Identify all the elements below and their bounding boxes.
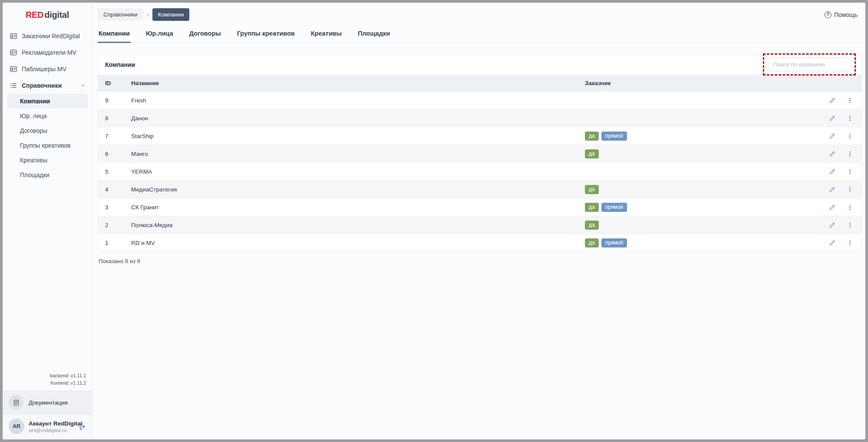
row-menu-button[interactable]: [846, 186, 854, 193]
row-actions: [822, 165, 861, 178]
account-email: am@reddigital.ru: [29, 428, 73, 433]
row-actions: [822, 219, 861, 231]
tab-dogovory[interactable]: Договоры: [188, 26, 222, 43]
customer-cell: [585, 169, 822, 174]
sidebar-subitem-dogovory[interactable]: Договоры: [3, 123, 92, 138]
row-actions: [822, 237, 861, 249]
edit-button[interactable]: [828, 239, 836, 247]
tab-ploshchadki[interactable]: Площадки: [357, 26, 391, 43]
tab-kompanii[interactable]: Компании: [98, 26, 131, 43]
row-menu-button[interactable]: [846, 168, 854, 175]
account-section[interactable]: AR Аккаунт RedDigital am@reddigital.ru: [3, 414, 92, 439]
table-row[interactable]: 7 StarShip дапрямой: [98, 127, 861, 145]
edit-button[interactable]: [828, 97, 836, 104]
company-name-cell: МедиаСтратегия: [131, 184, 585, 195]
badge-yes: да: [585, 203, 599, 212]
company-name-cell: Fresh: [131, 95, 585, 106]
sidebar-item-label: Справочники: [22, 82, 62, 89]
sidebar-subitem-yur-litsa[interactable]: Юр. лица: [3, 109, 92, 123]
pencil-icon: [828, 132, 836, 140]
chevron-up-icon: [80, 82, 86, 89]
search-input[interactable]: [768, 58, 851, 71]
kebab-icon: [846, 204, 854, 211]
sidebar-subitem-gruppy-kreativov[interactable]: Группы креативов: [3, 138, 92, 153]
sidebar-bottom: backend: v1.11.1 frontend: v1.11.2 Докум…: [3, 372, 92, 439]
row-menu-button[interactable]: [846, 221, 854, 229]
sidebar-nav: Заказчики RedDigitalРекламодатели MVПабл…: [3, 28, 92, 94]
edit-button[interactable]: [828, 150, 836, 158]
chevron-right-icon: ›: [147, 11, 149, 18]
row-actions: [822, 201, 861, 214]
tab-gruppy-kreativov[interactable]: Группы креативов: [236, 26, 296, 43]
kebab-icon: [846, 239, 854, 247]
company-name-cell: СК Гранит: [131, 201, 585, 213]
sidebar-item-zakazchiki-reddigital[interactable]: Заказчики RedDigital: [3, 28, 92, 44]
company-id-cell: 4: [98, 184, 131, 195]
sidebar-subitem-kompanii[interactable]: Компании: [7, 94, 88, 109]
sidebar-subitem-ploshchadki[interactable]: Площадки: [3, 168, 92, 182]
badge-yes: да: [585, 149, 599, 158]
column-header-actions: [822, 80, 861, 86]
breadcrumb-item-spravochniki[interactable]: Справочники: [98, 8, 143, 21]
backend-version: backend: v1.11.1: [3, 372, 86, 379]
results-count: Показано 9 из 9: [99, 258, 862, 264]
edit-button[interactable]: [828, 186, 836, 193]
row-menu-button[interactable]: [846, 132, 854, 140]
table-row[interactable]: 1 RD и MV дапрямой: [98, 234, 861, 251]
customer-cell: [585, 115, 822, 121]
pencil-icon: [828, 115, 836, 122]
pencil-icon: [828, 186, 836, 193]
company-name-cell: StarShip: [131, 130, 585, 142]
company-name-cell: YERMA: [131, 166, 585, 178]
table-row[interactable]: 6 Манго да: [98, 145, 861, 162]
table-row[interactable]: 3 СК Гранит дапрямой: [98, 198, 861, 216]
tab-kreativy[interactable]: Креативы: [310, 26, 343, 43]
table-header-row: IDНазваниеЗаказчик: [98, 75, 861, 91]
edit-button[interactable]: [828, 221, 836, 229]
pencil-icon: [828, 239, 836, 247]
help-link[interactable]: ? Помощь: [825, 11, 858, 18]
company-name-cell: Полюса-Медиа: [131, 219, 585, 231]
edit-button[interactable]: [828, 168, 836, 175]
kebab-icon: [846, 168, 854, 175]
logo-rest-text: digital: [44, 10, 69, 20]
sidebar-item-label: Заказчики RedDigital: [22, 33, 80, 40]
row-menu-button[interactable]: [846, 204, 854, 211]
sidebar-subnav: КомпанииЮр. лицаДоговорыГруппы креативов…: [3, 94, 92, 182]
logout-icon[interactable]: [78, 422, 86, 431]
edit-button[interactable]: [828, 115, 836, 122]
row-menu-button[interactable]: [846, 115, 854, 122]
column-header: ID: [98, 77, 131, 89]
table-row[interactable]: 8 Данон: [98, 109, 861, 127]
kebab-icon: [846, 97, 854, 104]
company-id-cell: 9: [98, 95, 131, 106]
app-window: REDdigital Заказчики RedDigitalРекламода…: [0, 0, 868, 442]
column-header: Заказчик: [585, 77, 822, 89]
id-card-icon: [10, 49, 17, 56]
list-icon: [10, 82, 17, 89]
customer-cell: дапрямой: [585, 129, 822, 143]
badge-direct: прямой: [601, 203, 627, 212]
documentation-label: Документация: [29, 399, 68, 406]
pencil-icon: [828, 168, 836, 175]
table-row[interactable]: 4 МедиаСтратегия да: [98, 180, 861, 198]
sidebar-item-spravochniki[interactable]: Справочники: [3, 77, 92, 94]
row-menu-button[interactable]: [846, 150, 854, 158]
sidebar-item-documentation[interactable]: Документация: [3, 391, 92, 414]
row-menu-button[interactable]: [846, 239, 854, 247]
help-label: Помощь: [834, 11, 858, 18]
sidebar-item-reklamodateli-mv[interactable]: Рекламодатели MV: [3, 44, 92, 61]
edit-button[interactable]: [828, 132, 836, 140]
search-area: [768, 58, 851, 71]
row-menu-button[interactable]: [846, 97, 854, 104]
edit-button[interactable]: [828, 204, 836, 211]
table-row[interactable]: 5 YERMA: [98, 162, 861, 180]
sidebar-subitem-kreativy[interactable]: Креативы: [3, 153, 92, 168]
table-row[interactable]: 9 Fresh: [98, 91, 861, 109]
table-row[interactable]: 2 Полюса-Медиа да: [98, 216, 861, 234]
tab-yur-litsa[interactable]: Юр.лица: [145, 26, 174, 43]
sidebar-item-pablishery-mv[interactable]: Паблишеры MV: [3, 61, 92, 77]
kebab-icon: [846, 115, 854, 122]
content-area: Компании IDНазваниеЗаказчик 9 Fresh: [92, 43, 865, 439]
app-logo[interactable]: REDdigital: [3, 3, 92, 28]
